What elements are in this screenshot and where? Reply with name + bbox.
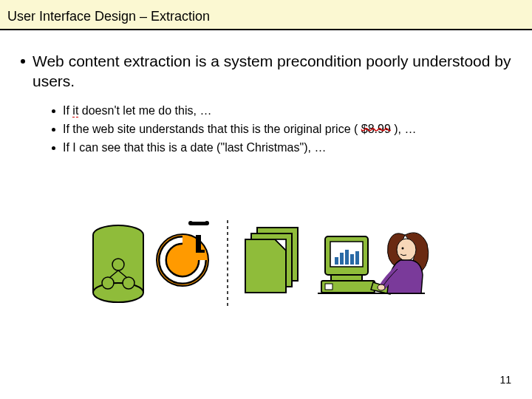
sub-bullet: If it doesn't let me do this, … [52, 102, 511, 119]
svg-rect-31 [325, 284, 332, 290]
svg-rect-27 [350, 254, 354, 265]
svg-rect-29 [331, 275, 362, 281]
svg-rect-19 [245, 239, 286, 293]
clamp-icon [157, 221, 209, 286]
main-bullet-text: Web content extraction is a system preco… [33, 51, 511, 92]
illustration-row [81, 207, 451, 332]
pages-icon [245, 228, 298, 293]
svg-point-7 [123, 277, 134, 289]
svg-point-34 [402, 248, 404, 250]
bullet-icon [52, 109, 55, 113]
page-number: 11 [499, 374, 511, 386]
svg-rect-26 [345, 250, 349, 265]
person-at-computer-icon [318, 233, 429, 294]
svg-rect-13 [191, 222, 207, 225]
slide-title: User Interface Design – Extraction [7, 9, 525, 24]
svg-point-4 [93, 283, 143, 302]
sub-bullet: If the web site understands that this is… [52, 120, 511, 137]
svg-rect-12 [196, 235, 201, 251]
bullet-icon [21, 59, 25, 64]
sub-bullet-text: If the web site understands that this is… [63, 120, 416, 137]
database-icon [93, 225, 143, 302]
svg-point-35 [378, 284, 385, 290]
svg-rect-16 [196, 250, 205, 253]
sub-bullet: If I can see that this is a date ("last … [52, 139, 511, 156]
svg-rect-28 [355, 251, 359, 265]
bullet-icon [52, 128, 55, 132]
svg-point-33 [397, 239, 416, 261]
title-bar: User Interface Design – Extraction [0, 0, 532, 30]
sub-bullet-text: If I can see that this is a date ("last … [63, 139, 326, 156]
svg-point-15 [205, 221, 209, 225]
bullet-icon [52, 146, 55, 150]
svg-rect-24 [335, 257, 338, 265]
sub-bullet-text: If it doesn't let me do this, … [63, 102, 211, 119]
content-area: Web content extraction is a system preco… [0, 30, 532, 156]
svg-point-6 [102, 277, 114, 289]
svg-point-5 [112, 259, 124, 270]
svg-rect-25 [340, 253, 344, 265]
main-bullet: Web content extraction is a system preco… [21, 51, 511, 92]
svg-point-14 [188, 221, 193, 225]
price-strike: $8.99 [361, 123, 391, 135]
clipart-svg [81, 207, 451, 332]
sub-bullet-list: If it doesn't let me do this, … If the w… [52, 102, 511, 157]
